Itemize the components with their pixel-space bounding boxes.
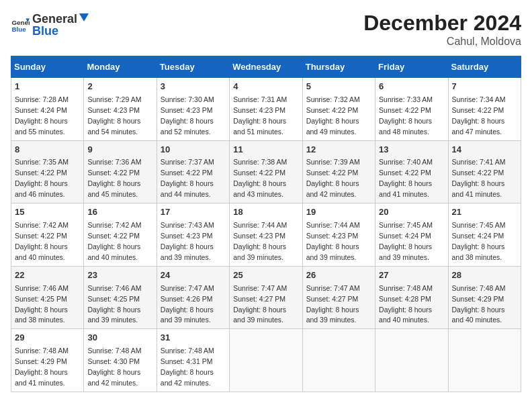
calendar-week-4: 22 Sunrise: 7:46 AMSunset: 4:25 PMDaylig… bbox=[11, 266, 521, 329]
col-header-sunday: Sunday bbox=[11, 56, 84, 78]
calendar-cell bbox=[302, 329, 375, 392]
calendar-cell: 27 Sunrise: 7:48 AMSunset: 4:28 PMDaylig… bbox=[375, 266, 448, 329]
day-number: 31 bbox=[161, 332, 226, 345]
day-number: 16 bbox=[87, 206, 152, 219]
day-info: Sunrise: 7:47 AMSunset: 4:27 PMDaylight:… bbox=[233, 284, 287, 324]
calendar-header-row: SundayMondayTuesdayWednesdayThursdayFrid… bbox=[11, 56, 521, 78]
day-number: 2 bbox=[87, 81, 152, 93]
day-info: Sunrise: 7:37 AMSunset: 4:22 PMDaylight:… bbox=[161, 158, 214, 198]
day-info: Sunrise: 7:39 AMSunset: 4:22 PMDaylight:… bbox=[306, 158, 360, 198]
calendar-cell: 26 Sunrise: 7:47 AMSunset: 4:27 PMDaylig… bbox=[302, 266, 375, 329]
calendar-cell: 23 Sunrise: 7:46 AMSunset: 4:25 PMDaylig… bbox=[84, 266, 157, 329]
day-info: Sunrise: 7:48 AMSunset: 4:31 PMDaylight:… bbox=[161, 347, 214, 387]
calendar-cell: 17 Sunrise: 7:43 AMSunset: 4:23 PMDaylig… bbox=[157, 203, 229, 267]
logo: General Blue General Blue bbox=[11, 11, 91, 38]
svg-marker-3 bbox=[79, 13, 89, 21]
day-info: Sunrise: 7:48 AMSunset: 4:28 PMDaylight:… bbox=[379, 284, 433, 324]
calendar-cell: 30 Sunrise: 7:48 AMSunset: 4:30 PMDaylig… bbox=[84, 329, 157, 392]
day-info: Sunrise: 7:38 AMSunset: 4:22 PMDaylight:… bbox=[233, 158, 287, 198]
day-info: Sunrise: 7:35 AMSunset: 4:22 PMDaylight:… bbox=[15, 158, 69, 198]
calendar-week-3: 15 Sunrise: 7:42 AMSunset: 4:22 PMDaylig… bbox=[11, 203, 521, 267]
calendar-cell: 29 Sunrise: 7:48 AMSunset: 4:29 PMDaylig… bbox=[11, 329, 84, 392]
col-header-tuesday: Tuesday bbox=[157, 56, 229, 78]
col-header-monday: Monday bbox=[84, 56, 157, 78]
title-block: December 2024 Cahul, Moldova bbox=[363, 11, 521, 48]
col-header-saturday: Saturday bbox=[448, 56, 521, 78]
calendar-cell: 18 Sunrise: 7:44 AMSunset: 4:23 PMDaylig… bbox=[230, 203, 302, 267]
calendar-cell: 25 Sunrise: 7:47 AMSunset: 4:27 PMDaylig… bbox=[230, 266, 302, 329]
day-number: 28 bbox=[452, 269, 517, 282]
calendar-cell: 11 Sunrise: 7:38 AMSunset: 4:22 PMDaylig… bbox=[230, 140, 302, 203]
calendar-cell bbox=[230, 329, 302, 392]
day-number: 7 bbox=[452, 81, 517, 93]
day-number: 8 bbox=[15, 144, 80, 156]
calendar-cell bbox=[448, 329, 521, 392]
day-number: 1 bbox=[15, 81, 80, 93]
day-number: 4 bbox=[233, 81, 298, 93]
calendar-cell: 8 Sunrise: 7:35 AMSunset: 4:22 PMDayligh… bbox=[11, 140, 84, 203]
logo-arrow-icon bbox=[78, 11, 90, 23]
day-info: Sunrise: 7:29 AMSunset: 4:23 PMDaylight:… bbox=[87, 95, 141, 136]
day-number: 25 bbox=[233, 269, 298, 282]
calendar-cell bbox=[375, 329, 448, 392]
day-info: Sunrise: 7:48 AMSunset: 4:30 PMDaylight:… bbox=[87, 347, 141, 387]
calendar-cell: 9 Sunrise: 7:36 AMSunset: 4:22 PMDayligh… bbox=[84, 140, 157, 203]
day-info: Sunrise: 7:33 AMSunset: 4:22 PMDaylight:… bbox=[379, 95, 433, 136]
day-info: Sunrise: 7:46 AMSunset: 4:25 PMDaylight:… bbox=[87, 284, 141, 324]
calendar-cell: 20 Sunrise: 7:45 AMSunset: 4:24 PMDaylig… bbox=[375, 203, 448, 267]
calendar-cell: 16 Sunrise: 7:42 AMSunset: 4:22 PMDaylig… bbox=[84, 203, 157, 267]
logo-icon: General Blue bbox=[11, 15, 30, 34]
col-header-wednesday: Wednesday bbox=[230, 56, 302, 78]
day-number: 19 bbox=[306, 206, 371, 219]
day-number: 24 bbox=[161, 269, 226, 282]
day-info: Sunrise: 7:48 AMSunset: 4:29 PMDaylight:… bbox=[452, 284, 506, 324]
calendar-table: SundayMondayTuesdayWednesdayThursdayFrid… bbox=[11, 56, 521, 392]
logo-general-text: General bbox=[32, 13, 77, 25]
day-number: 22 bbox=[15, 269, 80, 282]
calendar-cell: 2 Sunrise: 7:29 AMSunset: 4:23 PMDayligh… bbox=[84, 78, 157, 141]
day-info: Sunrise: 7:34 AMSunset: 4:22 PMDaylight:… bbox=[452, 95, 506, 136]
day-info: Sunrise: 7:44 AMSunset: 4:23 PMDaylight:… bbox=[233, 221, 287, 261]
day-number: 27 bbox=[379, 269, 444, 282]
day-number: 9 bbox=[87, 144, 152, 156]
day-number: 23 bbox=[87, 269, 152, 282]
calendar-cell: 22 Sunrise: 7:46 AMSunset: 4:25 PMDaylig… bbox=[11, 266, 84, 329]
logo-blue-text: Blue bbox=[32, 24, 58, 38]
day-info: Sunrise: 7:43 AMSunset: 4:23 PMDaylight:… bbox=[161, 221, 214, 261]
day-number: 12 bbox=[306, 144, 371, 156]
day-number: 11 bbox=[233, 144, 298, 156]
calendar-cell: 21 Sunrise: 7:45 AMSunset: 4:24 PMDaylig… bbox=[448, 203, 521, 267]
day-number: 21 bbox=[452, 206, 517, 219]
page-header: General Blue General Blue December 2024 … bbox=[11, 11, 521, 48]
calendar-cell: 6 Sunrise: 7:33 AMSunset: 4:22 PMDayligh… bbox=[375, 78, 448, 141]
calendar-cell: 5 Sunrise: 7:32 AMSunset: 4:22 PMDayligh… bbox=[302, 78, 375, 141]
day-info: Sunrise: 7:45 AMSunset: 4:24 PMDaylight:… bbox=[379, 221, 433, 261]
day-info: Sunrise: 7:46 AMSunset: 4:25 PMDaylight:… bbox=[15, 284, 69, 324]
day-number: 5 bbox=[306, 81, 371, 93]
calendar-week-5: 29 Sunrise: 7:48 AMSunset: 4:29 PMDaylig… bbox=[11, 329, 521, 392]
day-info: Sunrise: 7:48 AMSunset: 4:29 PMDaylight:… bbox=[15, 347, 69, 387]
day-number: 15 bbox=[15, 206, 80, 219]
calendar-week-1: 1 Sunrise: 7:28 AMSunset: 4:24 PMDayligh… bbox=[11, 78, 521, 141]
page-title: December 2024 bbox=[363, 11, 521, 36]
day-number: 17 bbox=[161, 206, 226, 219]
day-info: Sunrise: 7:47 AMSunset: 4:26 PMDaylight:… bbox=[161, 284, 214, 324]
calendar-cell: 1 Sunrise: 7:28 AMSunset: 4:24 PMDayligh… bbox=[11, 78, 84, 141]
calendar-cell: 13 Sunrise: 7:40 AMSunset: 4:22 PMDaylig… bbox=[375, 140, 448, 203]
calendar-cell: 14 Sunrise: 7:41 AMSunset: 4:22 PMDaylig… bbox=[448, 140, 521, 203]
calendar-cell: 12 Sunrise: 7:39 AMSunset: 4:22 PMDaylig… bbox=[302, 140, 375, 203]
calendar-cell: 4 Sunrise: 7:31 AMSunset: 4:23 PMDayligh… bbox=[230, 78, 302, 141]
calendar-cell: 3 Sunrise: 7:30 AMSunset: 4:23 PMDayligh… bbox=[157, 78, 229, 141]
page-subtitle: Cahul, Moldova bbox=[363, 36, 521, 48]
calendar-cell: 31 Sunrise: 7:48 AMSunset: 4:31 PMDaylig… bbox=[157, 329, 229, 392]
day-number: 6 bbox=[379, 81, 444, 93]
day-number: 29 bbox=[15, 332, 80, 345]
day-number: 20 bbox=[379, 206, 444, 219]
day-number: 14 bbox=[452, 144, 517, 156]
calendar-cell: 10 Sunrise: 7:37 AMSunset: 4:22 PMDaylig… bbox=[157, 140, 229, 203]
day-number: 30 bbox=[87, 332, 152, 345]
day-info: Sunrise: 7:31 AMSunset: 4:23 PMDaylight:… bbox=[233, 95, 287, 136]
calendar-cell: 7 Sunrise: 7:34 AMSunset: 4:22 PMDayligh… bbox=[448, 78, 521, 141]
calendar-cell: 24 Sunrise: 7:47 AMSunset: 4:26 PMDaylig… bbox=[157, 266, 229, 329]
day-number: 10 bbox=[161, 144, 226, 156]
